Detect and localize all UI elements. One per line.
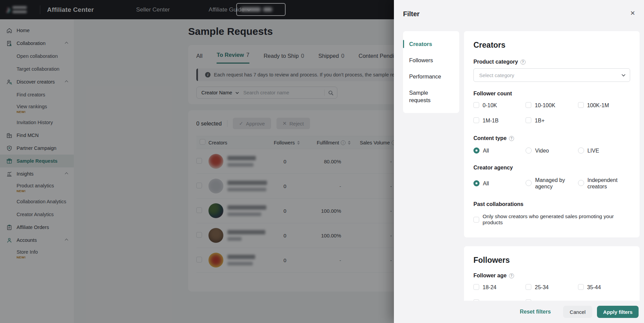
filter-menu-creators[interactable]: Creators <box>403 36 459 52</box>
help-icon[interactable]: ? <box>520 60 526 65</box>
checkbox <box>578 102 584 108</box>
cancel-button[interactable]: Cancel <box>563 306 593 318</box>
product-category-label: Product category ? <box>473 59 630 65</box>
follower-count-checkbox[interactable]: 0-10K <box>473 102 526 109</box>
follower-age-label: Follower age ? <box>473 273 630 279</box>
creator-agency-label: Creator agency <box>473 165 630 171</box>
past-collaborations-label: Past collaborations <box>473 201 630 207</box>
follower-age-checkbox[interactable]: 25-34 <box>526 284 578 291</box>
filter-menu-performance[interactable]: Performance <box>403 68 459 85</box>
filter-section-menu: Creators Followers Performance Sample re… <box>403 31 459 113</box>
content-type-options: All Video LIVE <box>473 147 630 154</box>
content-type-label: Content type ? <box>473 135 630 141</box>
radio <box>578 147 584 154</box>
creators-section-heading: Creators <box>473 40 630 50</box>
help-icon[interactable]: ? <box>509 136 514 141</box>
radio-selected <box>473 180 480 186</box>
checkbox <box>526 102 531 108</box>
radio <box>526 147 532 154</box>
follower-count-label: Follower count <box>473 91 630 97</box>
checkbox <box>473 102 479 108</box>
radio-selected <box>473 147 480 154</box>
follower-age-checkbox[interactable]: 18-24 <box>473 284 526 291</box>
reset-filters-link[interactable]: Reset filters <box>520 309 551 315</box>
creator-agency-options: All Managed by agency Independent creato… <box>473 177 630 190</box>
radio <box>578 180 584 186</box>
modal-dim-overlay[interactable] <box>0 0 394 323</box>
filter-creators-card: Creators Product category ? Select categ… <box>464 31 640 237</box>
checkbox <box>526 117 531 123</box>
checkbox <box>578 284 584 290</box>
filter-drawer: Filter ✕ Creators Followers Performance … <box>394 0 644 323</box>
creator-agency-radio-all[interactable]: All <box>473 177 526 190</box>
radio <box>526 180 532 186</box>
follower-count-checkbox[interactable]: 1M-1B <box>473 117 526 124</box>
follower-age-checkbox[interactable]: 35-44 <box>578 284 630 291</box>
close-icon[interactable]: ✕ <box>630 9 635 17</box>
checkbox <box>473 284 479 290</box>
chevron-down-icon <box>622 73 625 76</box>
content-type-radio-video[interactable]: Video <box>526 147 578 154</box>
content-type-radio-live[interactable]: LIVE <box>578 147 630 154</box>
help-icon[interactable]: ? <box>509 273 514 278</box>
category-select[interactable]: Select category <box>473 68 630 82</box>
filter-title: Filter <box>403 10 420 18</box>
filter-footer: Reset filters Cancel Apply filters <box>394 301 644 323</box>
past-collaborations-checkbox[interactable]: Only show creators who generated sales p… <box>473 213 630 226</box>
follower-count-options: 0-10K 10-100K 100K-1M 1M-1B 1B+ <box>473 102 630 124</box>
checkbox <box>526 284 531 290</box>
checkbox <box>473 217 479 223</box>
followers-section-heading: Followers <box>473 255 630 265</box>
follower-count-checkbox[interactable]: 1B+ <box>526 117 578 124</box>
follower-count-checkbox[interactable]: 10-100K <box>526 102 578 109</box>
creator-agency-radio-managed[interactable]: Managed by agency <box>526 177 578 190</box>
filter-menu-followers[interactable]: Followers <box>403 52 459 68</box>
checkbox <box>473 117 479 123</box>
apply-filters-button[interactable]: Apply filters <box>597 306 639 318</box>
creator-agency-radio-independent[interactable]: Independent creators <box>578 177 630 190</box>
follower-count-checkbox[interactable]: 100K-1M <box>578 102 630 109</box>
filter-menu-sample-requests[interactable]: Sample requests <box>403 85 459 108</box>
content-type-radio-all[interactable]: All <box>473 147 526 154</box>
